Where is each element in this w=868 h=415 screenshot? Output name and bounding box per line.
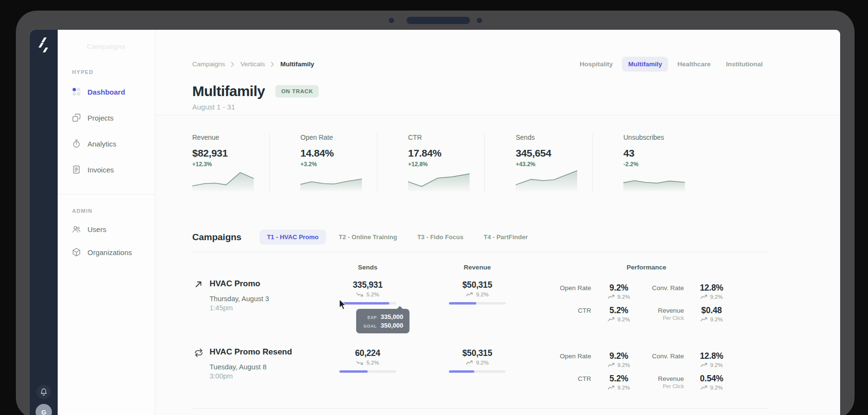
performance-number: 0.54% — [700, 374, 723, 384]
sends-progress-bar — [339, 370, 396, 373]
campaign-date: Thursday, August 3 — [210, 295, 269, 303]
campaign-tab-t2-online-training[interactable]: T2 - Online Training — [332, 230, 404, 244]
brand-logo-icon[interactable] — [38, 37, 50, 55]
kpi-label: Sends — [516, 134, 592, 141]
campaign-row[interactable]: HVAC PromoThursday, August 31:45pm335,93… — [192, 279, 769, 347]
vertical-tab-institutional[interactable]: Institutional — [720, 57, 769, 72]
kpi-card-unsubscribes: Unsubscribes43-2.2% — [592, 134, 700, 192]
revenue-value: $50,315 — [462, 280, 492, 290]
kpi-value: 14.84% — [300, 147, 377, 159]
campaign-tab-t3-fido-focus[interactable]: T3 - Fido Focus — [410, 230, 471, 244]
kpi-delta: +3.2% — [300, 161, 377, 168]
campaign-tab-t4-partfinder[interactable]: T4 - PartFinder — [476, 230, 535, 244]
column-header-revenue: Revenue — [439, 264, 516, 271]
kpi-delta: -2.2% — [623, 161, 700, 168]
trend-down-icon — [356, 360, 363, 365]
kpi-value: 17.84% — [408, 147, 484, 159]
notifications-bell-icon[interactable] — [37, 385, 51, 399]
column-header-sends: Sends — [329, 264, 406, 271]
performance-delta: 9.2% — [608, 362, 630, 368]
vertical-tab-healthcare[interactable]: Healthcare — [671, 57, 717, 72]
app-rail: G — [30, 30, 58, 415]
kpi-card-sends: Sends345,654+43.2% — [484, 134, 592, 192]
campaign-name: HVAC Promo Resend — [210, 347, 292, 357]
performance-value: 5.2%9.2% — [608, 374, 630, 391]
projects-icon — [72, 113, 81, 122]
breadcrumb-item-multifamily[interactable]: Multifamily — [280, 61, 314, 68]
performance-number: 9.2% — [608, 351, 630, 361]
sends-delta: 5.2% — [356, 292, 379, 297]
campaign-row[interactable]: HVAC Promo ResendTuesday, August 83:00pm… — [192, 347, 769, 406]
breadcrumb-item-campaigns[interactable]: Campaigns — [192, 61, 225, 68]
page-title: Multifamily — [192, 83, 265, 99]
sidebar-divider — [58, 194, 155, 195]
repeat-icon — [194, 348, 204, 380]
performance-value: 12.8%9.2% — [700, 351, 723, 368]
performance-label: RevenuePer Click — [646, 374, 684, 389]
status-badge: ON TRACK — [275, 85, 319, 98]
browser-window: G Campaigns HYPED DashboardProjectsAnaly… — [16, 11, 855, 415]
kpi-card-revenue: Revenue$82,931+12.3% — [192, 134, 269, 192]
kpi-value: $82,931 — [192, 147, 269, 159]
sidebar-item-users[interactable]: Users — [58, 218, 155, 241]
sidebar-item-label: Dashboard — [87, 88, 125, 96]
trend-up-icon — [700, 294, 707, 299]
performance-label: Conv. Rate — [646, 351, 684, 360]
ghost-transition-text: Campaigns — [58, 42, 155, 50]
sidebar-item-organizations[interactable]: Organizations — [58, 241, 155, 264]
user-avatar[interactable]: G — [36, 404, 52, 415]
performance-delta: 9.2% — [608, 317, 630, 322]
sidebar-section-label: HYPED — [72, 69, 155, 75]
performance-label: CTR — [541, 305, 591, 314]
sidebar-item-invoices[interactable]: Invoices — [58, 157, 155, 183]
cell-revenue: $50,3159.2% — [439, 279, 516, 305]
kpi-label: Open Rate — [300, 134, 377, 141]
performance-cell: Open Rate9.2%9.2%Conv. Rate12.8%9.2%CTR5… — [541, 279, 752, 322]
dashboard-icon — [72, 87, 81, 96]
invoices-icon — [72, 165, 81, 174]
vertical-tab-hospitality[interactable]: Hospitality — [573, 57, 619, 72]
trend-up-icon — [700, 363, 707, 367]
campaigns-heading: Campaigns — [192, 232, 241, 243]
url-bar-pill[interactable] — [407, 17, 470, 24]
organizations-icon — [72, 248, 81, 256]
sidebar-item-analytics[interactable]: Analytics — [58, 131, 155, 157]
performance-cell: Open Rate9.2%9.2%Conv. Rate12.8%9.2%CTR5… — [541, 347, 752, 391]
revenue-value: $50,315 — [462, 348, 492, 358]
sidebar-item-label: Organizations — [87, 248, 132, 256]
vertical-tab-multifamily[interactable]: Multifamily — [622, 57, 669, 72]
screenshot-stage: G Campaigns HYPED DashboardProjectsAnaly… — [0, 0, 868, 415]
sends-progress-fill — [339, 370, 368, 373]
tooltip-label: GOAL — [361, 324, 377, 329]
campaign-time: 1:45pm — [210, 304, 269, 312]
performance-value: 12.8%9.2% — [700, 283, 723, 300]
performance-delta: 9.2% — [700, 362, 723, 368]
kpi-card-open-rate: Open Rate14.84%+3.2% — [269, 134, 377, 192]
trend-up-icon — [466, 292, 473, 297]
kpi-sparkline — [300, 169, 377, 193]
performance-value: 5.2%9.2% — [608, 305, 630, 322]
breadcrumb-item-verticals[interactable]: Verticals — [240, 61, 265, 68]
performance-number: 12.8% — [700, 351, 723, 361]
breadcrumb: CampaignsVerticalsMultifamily — [192, 61, 314, 68]
performance-value: 0.54%9.2% — [700, 374, 723, 391]
performance-value: $0.489.2% — [700, 305, 722, 322]
vertical-tabs: HospitalityMultifamilyHealthcareInstitut… — [573, 57, 769, 72]
chrome-dot-right — [477, 18, 482, 23]
sidebar-item-label: Projects — [87, 114, 113, 122]
trend-up-icon — [700, 317, 707, 322]
sidebar-admin-nav: UsersOrganizations — [58, 218, 155, 264]
tooltip-caret — [397, 306, 403, 309]
performance-number: 5.2% — [608, 374, 630, 384]
sidebar-item-dashboard[interactable]: Dashboard — [58, 79, 155, 105]
sidebar-item-projects[interactable]: Projects — [58, 105, 155, 131]
campaign-tab-t1-hvac-promo[interactable]: T1 - HVAC Promo — [260, 230, 325, 244]
campaign-tabs: T1 - HVAC PromoT2 - Online TrainingT3 - … — [260, 230, 535, 244]
performance-value: 9.2%9.2% — [608, 351, 630, 368]
revenue-delta: 9.2% — [466, 292, 488, 297]
tooltip-value: 335,000 — [381, 313, 403, 320]
revenue-progress-bar — [449, 370, 506, 373]
campaign-time: 3:00pm — [210, 372, 292, 380]
performance-sublabel: Per Click — [646, 315, 684, 321]
campaign-name: HVAC Promo — [210, 279, 269, 289]
